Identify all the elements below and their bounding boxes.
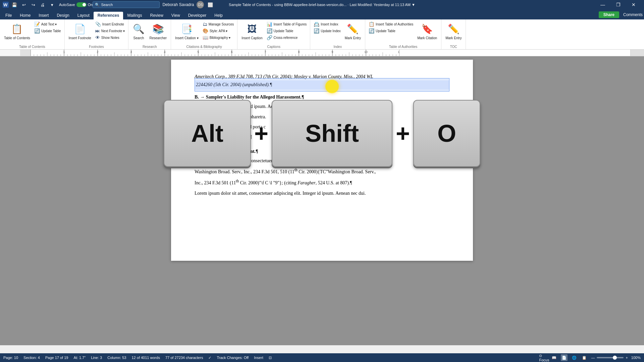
ribbon-group-research: 🔍 Search 📚 Researcher Research [128, 19, 171, 49]
tab-home[interactable]: Home [16, 12, 35, 19]
insert-footnote-button[interactable]: 📄 Insert Footnote [67, 21, 93, 44]
footnotes-group-content: 📄 Insert Footnote 📎 Insert Endnote ⏭ Nex… [67, 21, 126, 44]
update-table-toc-button[interactable]: 🔄 Update Table [33, 27, 62, 34]
search-ribbon-label: Search [133, 36, 144, 40]
update-index-icon: 🔄 [314, 28, 319, 34]
focus-view-button[interactable]: ⊙ Focus [541, 354, 547, 361]
insert-toa-button[interactable]: 📋 Insert Table of Authorities [367, 21, 415, 27]
add-text-button[interactable]: 📝 Add Text ▾ [33, 21, 62, 27]
quick-access-more[interactable]: ▾ [48, 1, 56, 8]
ribbon-tabs: File Home Insert Design Layout Reference… [0, 9, 644, 19]
mark-citation-icon: 🔖 [421, 23, 433, 35]
ribbon-display-options[interactable]: ⬜ [207, 1, 214, 8]
share-button[interactable]: Share [599, 11, 619, 18]
ribbon: 📋 Table of Contents 📝 Add Text ▾ 🔄 Updat… [0, 19, 644, 50]
captions-small-btns: 📊 Insert Table of Figures 🔄 Update Table… [265, 21, 308, 41]
title-search-box[interactable]: 🔍 Search [93, 1, 160, 8]
svg-text:6: 6 [231, 50, 232, 54]
ribbon-right: Share Comments [599, 11, 643, 19]
mark-entry-label: Mark Entry [345, 36, 361, 40]
zoom-minus[interactable]: — [591, 356, 595, 360]
status-column: Column: 53 [107, 356, 126, 360]
tab-view[interactable]: View [167, 12, 184, 19]
text-para8: Lorem ipsum dolor sit amet, consectetuer… [195, 191, 366, 196]
update-table-captions-button[interactable]: 🔄 Update Table [265, 27, 308, 34]
quick-access-print[interactable]: 🖨 [39, 1, 46, 8]
ribbon-group-index: 📇 Insert Index 🔄 Update Index ✏️ Mark En… [310, 19, 365, 49]
toa-group-content: 📋 Insert Table of Authorities 🔄 Update T… [367, 21, 439, 44]
svg-text:9: 9 [331, 50, 333, 54]
bibliography-button[interactable]: 📖 Bibliography ▾ [201, 34, 235, 41]
table-of-contents-button[interactable]: 📋 Table of Contents [2, 21, 32, 44]
minimize-button[interactable]: — [595, 0, 610, 9]
search-button[interactable]: 🔍 Search [130, 21, 147, 44]
zoom-slider[interactable]: — + [591, 356, 628, 360]
user-name: Deborah Savadra [162, 2, 194, 7]
style-icon: 🎨 [203, 28, 208, 34]
status-macro-icon: ⊡ [269, 356, 272, 360]
mark-citation-button[interactable]: 🔖 Mark Citation [415, 21, 439, 44]
insert-table-of-figures-button[interactable]: 📊 Insert Table of Figures [265, 21, 308, 27]
text-para6: Washington Broad. Serv., Inc., 234 F.3d … [195, 169, 376, 174]
text-para7: Inc., 234 F.3d 501 (11th Cir. 2000)"\f C… [195, 180, 352, 185]
read-view-button[interactable]: 📖 [551, 354, 557, 361]
print-view-button[interactable]: 📄 [561, 354, 568, 361]
style-dropdown[interactable]: 🎨 Style: APA ▾ [201, 27, 235, 34]
citations-group-content: 📑 Insert Citation ▾ 🗂 Manage Sources 🎨 S… [173, 21, 235, 44]
next-footnote-button[interactable]: ⏭ Next Footnote ▾ [94, 27, 126, 34]
word-icon: W [3, 2, 9, 8]
update-toa-label: Update Table [376, 29, 395, 33]
window-controls: — ❐ ✕ [595, 0, 641, 9]
quick-access-save[interactable]: 💾 [11, 1, 18, 8]
manage-sources-button[interactable]: 🗂 Manage Sources [201, 21, 235, 27]
autosave-toggle[interactable] [76, 2, 87, 7]
bibliography-label: Bibliography ▾ [210, 36, 231, 40]
svg-text:3: 3 [130, 50, 132, 54]
insert-index-button[interactable]: 📇 Insert Index [312, 21, 342, 27]
tab-review[interactable]: Review [146, 12, 167, 19]
tab-references[interactable]: References [94, 12, 123, 19]
tab-help[interactable]: Help [210, 12, 227, 19]
captions-group-content: 🖼 Insert Caption 📊 Insert Table of Figur… [239, 21, 308, 44]
close-button[interactable]: ✕ [626, 0, 641, 9]
restore-button[interactable]: ❐ [610, 0, 626, 9]
shift-key-label: Shift [305, 115, 359, 152]
sketch-view-button[interactable]: 📋 [581, 354, 588, 361]
svg-text:11: 11 [398, 50, 399, 54]
quick-access-undo[interactable]: ↩ [20, 1, 28, 8]
update-toa-button[interactable]: 🔄 Update Table [367, 27, 415, 34]
status-word-count: 12 of 4011 words [131, 356, 160, 360]
tab-layout[interactable]: Layout [73, 12, 94, 19]
comments-button[interactable]: Comments [623, 12, 643, 17]
researcher-button[interactable]: 📚 Researcher [147, 21, 169, 44]
insert-caption-icon: 🖼 [247, 23, 257, 35]
insert-endnote-icon: 📎 [95, 21, 101, 27]
tab-design[interactable]: Design [53, 12, 73, 19]
footnotes-group-label: Footnotes [67, 44, 126, 49]
update-toa-icon: 🔄 [369, 28, 374, 34]
tab-mailings[interactable]: Mailings [123, 12, 146, 19]
style-label: Style: APA ▾ [210, 29, 228, 33]
web-view-button[interactable]: 🌐 [571, 354, 578, 361]
cross-reference-button[interactable]: 🔗 Cross-reference [265, 34, 308, 41]
autosave-label: AutoSave [59, 3, 75, 7]
mark-entry-toc-button[interactable]: ✏️ Mark Entry [443, 21, 464, 44]
ribbon-group-toc2: ✏️ Mark Entry TOC [441, 19, 466, 49]
insert-citation-button[interactable]: 📑 Insert Citation ▾ [173, 21, 200, 44]
show-notes-button[interactable]: 👁 Show Notes [94, 34, 126, 41]
insert-caption-label: Insert Caption [241, 36, 262, 40]
search-placeholder: Search [101, 3, 113, 7]
tab-developer[interactable]: Developer [184, 12, 211, 19]
tab-file[interactable]: File [1, 12, 16, 19]
mark-entry-button[interactable]: ✏️ Mark Entry [343, 21, 363, 44]
plus-1: + [251, 115, 272, 152]
user-avatar: DS [197, 1, 204, 8]
zoom-knob[interactable] [613, 356, 617, 360]
insert-endnote-button[interactable]: 📎 Insert Endnote [94, 21, 126, 27]
update-index-button[interactable]: 🔄 Update Index [312, 27, 342, 34]
tab-insert[interactable]: Insert [35, 12, 53, 19]
para-7: Inc., 234 F.3d 501 (11th Cir. 2000)"\f C… [195, 179, 449, 187]
zoom-plus[interactable]: + [626, 356, 628, 360]
quick-access-redo[interactable]: ↪ [30, 1, 37, 8]
insert-caption-button[interactable]: 🖼 Insert Caption [239, 21, 264, 44]
